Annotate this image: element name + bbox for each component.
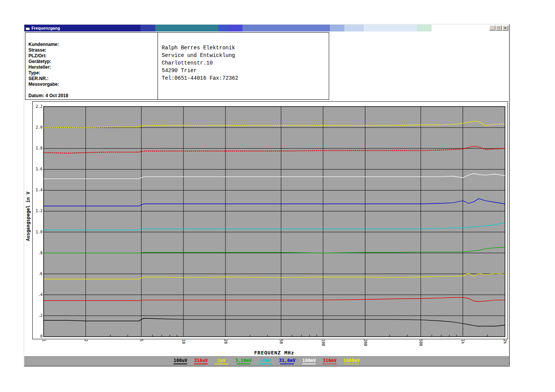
y-tick-label: 1.2 — [33, 209, 43, 213]
y-tick-label: 1.4 — [33, 188, 43, 192]
legend-line-sample — [214, 364, 228, 364]
legend-item-1mV: 1mV — [214, 358, 228, 364]
series-316uV — [44, 298, 505, 302]
legend-line-sample — [173, 364, 187, 364]
chart-frame: 2.22.01.81.61.41.21.0.8.6.4.20 — [32, 101, 508, 339]
x-tick-label: 2 — [84, 339, 88, 342]
legend-label: 316uV — [194, 358, 208, 363]
info-field-label: PLZ/Ort: — [28, 53, 155, 59]
info-field-label: Hersteller: — [28, 65, 155, 70]
y-tick-label: 1.0 — [33, 230, 43, 234]
y-tick-label: .8 — [33, 251, 43, 255]
x-tick-label: 20 — [224, 339, 228, 344]
x-tick-label: 50 — [279, 339, 283, 344]
legend-label: 10mV — [260, 358, 271, 363]
datum-line: Datum: 4 Oct 2018 — [28, 93, 155, 99]
app-icon — [25, 26, 30, 30]
legend-label: 100uV — [173, 358, 187, 363]
y-tick-label: 0 — [33, 334, 43, 338]
window-title: Frequenzgang — [32, 26, 60, 30]
chart-svg — [44, 107, 505, 337]
x-tick-label: 1 — [42, 339, 46, 342]
company-info-line: Service und Entwicklung — [162, 52, 325, 59]
info-field-label: Strasse: — [28, 47, 155, 53]
plot-area — [43, 106, 505, 337]
legend-item-31,6mV: 31,6mV — [279, 358, 295, 364]
legend-item-10mV: 10mV — [259, 358, 272, 364]
series-3,16mV — [44, 247, 505, 253]
series-100uV — [44, 318, 505, 326]
legend-line-sample — [194, 364, 208, 364]
series-316mV — [44, 146, 505, 153]
minimize-button[interactable]: _ — [489, 25, 495, 31]
info-field-label: Gerätetyp: — [28, 59, 155, 65]
customer-info-box: Kundenname:Strasse:PLZ/Ort:Gerätetyp:Her… — [25, 32, 158, 100]
legend-line-sample — [237, 364, 250, 364]
y-tick-label: .6 — [33, 272, 43, 276]
info-field-label: Kundenname: — [28, 42, 155, 47]
legend-item-316uV: 316uV — [194, 358, 208, 364]
info-field-label: SER.NR.: — [28, 76, 155, 82]
y-tick-label: 1.8 — [33, 146, 43, 150]
legend-line-sample — [323, 364, 336, 364]
x-axis-label: FREQUENZ MHz — [44, 350, 505, 356]
y-axis-label: Ausgangspegel in V — [25, 192, 31, 241]
x-tick-label: 5 — [139, 339, 143, 342]
y-tick-label: .2 — [33, 313, 43, 318]
window-controls: _□× — [489, 25, 508, 31]
frequenzgang-window: Frequenzgang _□× Kundenname:Strasse:PLZ/… — [24, 24, 510, 367]
legend-label: 31,6mV — [279, 358, 295, 363]
company-info-line: Tel:0651-44016 Fax:72362 — [162, 74, 325, 82]
maximize-button[interactable]: □ — [496, 25, 502, 31]
legend-line-sample — [280, 364, 294, 364]
y-tick-label: 1.6 — [33, 167, 43, 171]
legend-item-100uV: 100uV — [173, 358, 187, 364]
y-tick-label: 2.2 — [33, 104, 43, 109]
x-tick-label: 100 — [321, 339, 325, 346]
x-tick-row: 1251020501002005001k2k — [24, 339, 509, 350]
company-info-line: Ralph Berres Elektronik — [162, 44, 325, 52]
legend-item-100mV: 100mV — [302, 358, 316, 364]
legend-bar: 100uV316uV1mV3,16mV10mV31,6mV100mV316mV1… — [24, 356, 509, 366]
company-info-line: Charlottenstr.10 — [162, 59, 325, 67]
close-button[interactable]: × — [502, 25, 508, 31]
x-tick-label: 500 — [419, 339, 423, 346]
series-31,6mV — [44, 198, 505, 206]
x-tick-label: 2k — [503, 339, 507, 344]
legend-line-sample — [302, 364, 316, 364]
legend-label: 1mV — [218, 358, 226, 363]
company-info-box: Ralph Berres ElektronikService und Entwi… — [158, 32, 329, 100]
legend-item-316mV: 316mV — [323, 358, 336, 364]
x-tick-label: 1k — [461, 339, 465, 344]
y-tick-label: .4 — [33, 293, 43, 297]
series-1mV — [44, 273, 505, 279]
legend-line-sample — [259, 364, 272, 364]
x-tick-label: 200 — [363, 339, 367, 346]
legend-label: 316mV — [323, 358, 336, 363]
legend-label: 1000mV — [343, 358, 359, 363]
info-field-label: Type: — [28, 70, 155, 76]
legend-label: 100mV — [302, 358, 316, 363]
series-100mV — [44, 173, 505, 179]
legend-line-sample — [345, 364, 358, 364]
info-left-labels: Kundenname:Strasse:PLZ/Ort:Gerätetyp:Her… — [28, 42, 155, 87]
series-10mV — [44, 223, 505, 230]
legend-label: 3,16mV — [235, 358, 251, 363]
legend-item-1000mV: 1000mV — [343, 358, 359, 364]
company-info-line: 54290 Trier — [162, 67, 325, 74]
x-tick-label: 10 — [181, 339, 186, 344]
series-1000mV — [44, 121, 505, 128]
y-tick-label: 2.0 — [33, 125, 43, 129]
legend-item-3,16mV: 3,16mV — [235, 358, 251, 364]
info-field-label: Messvorgabe: — [28, 82, 155, 87]
title-bar[interactable]: Frequenzgang _□× — [24, 25, 509, 31]
